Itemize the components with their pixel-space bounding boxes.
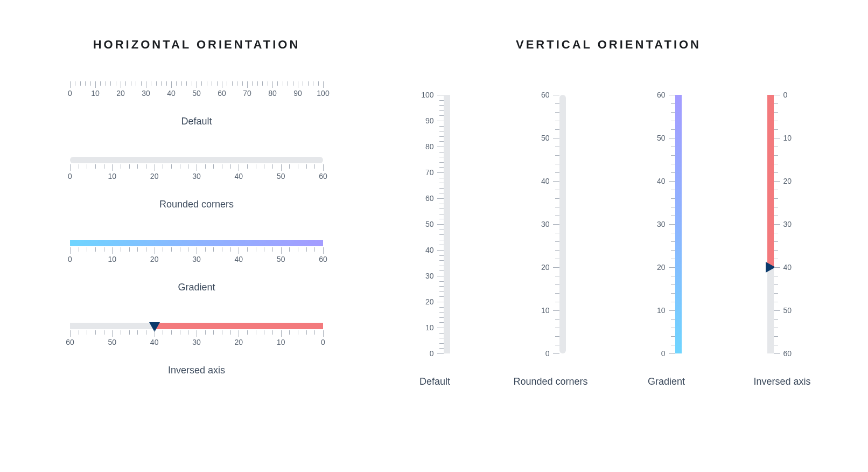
axis-tick-label: 60 xyxy=(541,91,550,99)
axis-tick-label: 0 xyxy=(68,255,72,263)
axis-tick-label: 20 xyxy=(116,89,125,98)
axis-tick-label: 80 xyxy=(268,89,277,98)
axis-tick-label: 100 xyxy=(421,91,433,99)
axis-tick-label: 50 xyxy=(783,306,792,315)
axis-tick-label: 40 xyxy=(425,246,434,254)
axis-tick-label: 0 xyxy=(661,349,666,358)
axis-tick-label: 30 xyxy=(192,172,201,181)
axis-tick-label: 40 xyxy=(541,177,550,185)
axis-tick-label: 20 xyxy=(657,263,666,272)
v-rounded-track xyxy=(559,95,566,353)
horizontal-title: HORIZONTAL ORIENTATION xyxy=(30,38,363,52)
h-default-caption: Default xyxy=(30,116,363,127)
v-rounded-caption: Rounded corners xyxy=(513,375,587,388)
axis-tick-label: 60 xyxy=(319,255,327,263)
v-rounded-group: 0102030405060 Rounded corners xyxy=(502,95,599,388)
h-rounded-axis: 0102030405060 xyxy=(70,164,323,183)
axis-tick-label: 10 xyxy=(108,255,117,263)
axis-tick-label: 60 xyxy=(218,89,226,98)
axis-tick-label: 10 xyxy=(657,306,666,315)
h-inversed-fill xyxy=(155,323,323,329)
v-inversed-axis: 0102030405060 xyxy=(774,95,797,353)
axis-tick-label: 10 xyxy=(91,89,100,98)
axis-tick-label: 50 xyxy=(657,134,666,142)
h-inversed-axis: 0102030405060 xyxy=(70,330,323,349)
v-inversed-fill xyxy=(767,95,774,267)
h-rounded-track xyxy=(70,157,323,163)
axis-tick-label: 60 xyxy=(425,194,434,203)
axis-tick-label: 40 xyxy=(235,172,243,181)
axis-tick-label: 40 xyxy=(150,338,159,346)
axis-tick-label: 90 xyxy=(293,89,302,98)
axis-tick-label: 90 xyxy=(425,116,434,125)
axis-tick-label: 30 xyxy=(425,272,434,280)
v-gradient-group: 0102030405060 Gradient xyxy=(618,95,715,388)
axis-tick-label: 100 xyxy=(317,89,329,98)
axis-tick-label: 0 xyxy=(430,349,434,358)
v-inversed-group: 0102030405060 Inversed axis xyxy=(734,95,831,388)
h-gradient-track xyxy=(70,240,323,246)
axis-tick-label: 40 xyxy=(783,263,792,272)
axis-tick-label: 50 xyxy=(541,134,550,142)
axis-tick-label: 70 xyxy=(243,89,251,98)
axis-tick-label: 0 xyxy=(68,89,72,98)
v-rounded-axis: 0102030405060 xyxy=(536,95,559,353)
horizontal-panel: HORIZONTAL ORIENTATION 01020304050607080… xyxy=(30,38,363,376)
axis-tick-label: 30 xyxy=(783,220,792,228)
v-default-axis: 0102030405060708090100 xyxy=(420,95,444,353)
axis-tick-label: 0 xyxy=(321,338,325,346)
h-rounded-caption: Rounded corners xyxy=(30,199,363,210)
axis-tick-label: 20 xyxy=(235,338,243,346)
h-inversed-caption: Inversed axis xyxy=(30,365,363,376)
axis-tick-label: 0 xyxy=(783,91,788,99)
axis-tick-label: 50 xyxy=(192,89,201,98)
axis-tick-label: 30 xyxy=(192,338,201,346)
h-inversed-track xyxy=(70,323,323,329)
h-default-axis: 0102030405060708090100 xyxy=(70,81,323,100)
v-gradient-track xyxy=(675,95,682,353)
axis-tick-label: 10 xyxy=(541,306,550,315)
v-inversed-caption: Inversed axis xyxy=(753,375,810,388)
axis-tick-label: 50 xyxy=(425,220,434,228)
axis-tick-label: 60 xyxy=(657,91,666,99)
axis-tick-label: 50 xyxy=(277,255,285,263)
axis-tick-label: 20 xyxy=(783,177,792,185)
vertical-title: VERTICAL ORIENTATION xyxy=(377,38,840,52)
axis-tick-label: 10 xyxy=(783,134,792,142)
axis-tick-label: 0 xyxy=(545,349,550,358)
h-default-group: 0102030405060708090100 Default xyxy=(30,81,363,127)
h-gradient-caption: Gradient xyxy=(30,282,363,293)
axis-tick-label: 30 xyxy=(541,220,550,228)
axis-tick-label: 10 xyxy=(277,338,285,346)
axis-tick-label: 20 xyxy=(150,172,159,181)
axis-tick-label: 40 xyxy=(657,177,666,185)
axis-tick-label: 60 xyxy=(319,172,327,181)
v-inversed-track xyxy=(767,95,774,353)
v-gradient-caption: Gradient xyxy=(648,375,685,388)
axis-tick-label: 60 xyxy=(66,338,74,346)
h-inversed-group: 0102030405060 Inversed axis xyxy=(30,323,363,376)
axis-tick-label: 30 xyxy=(657,220,666,228)
axis-tick-label: 30 xyxy=(192,255,201,263)
axis-tick-label: 40 xyxy=(167,89,176,98)
axis-tick-label: 10 xyxy=(425,323,434,332)
axis-tick-label: 10 xyxy=(108,172,117,181)
axis-tick-label: 50 xyxy=(277,172,285,181)
axis-tick-label: 0 xyxy=(68,172,72,181)
vertical-row: 0102030405060708090100 Default 010203040… xyxy=(377,95,840,388)
h-gradient-group: 0102030405060 Gradient xyxy=(30,240,363,293)
axis-tick-label: 20 xyxy=(541,263,550,272)
axis-tick-label: 30 xyxy=(142,89,150,98)
axis-tick-label: 20 xyxy=(425,297,434,306)
h-rounded-group: 0102030405060 Rounded corners xyxy=(30,157,363,210)
axis-tick-label: 80 xyxy=(425,142,434,151)
axis-tick-label: 60 xyxy=(783,349,792,358)
axis-tick-label: 20 xyxy=(150,255,159,263)
axis-tick-label: 50 xyxy=(108,338,117,346)
h-gradient-axis: 0102030405060 xyxy=(70,247,323,266)
v-default-caption: Default xyxy=(419,375,450,388)
v-gradient-axis: 0102030405060 xyxy=(652,95,675,353)
axis-tick-label: 70 xyxy=(425,168,434,177)
v-default-group: 0102030405060708090100 Default xyxy=(387,95,484,388)
v-default-track xyxy=(444,95,450,353)
